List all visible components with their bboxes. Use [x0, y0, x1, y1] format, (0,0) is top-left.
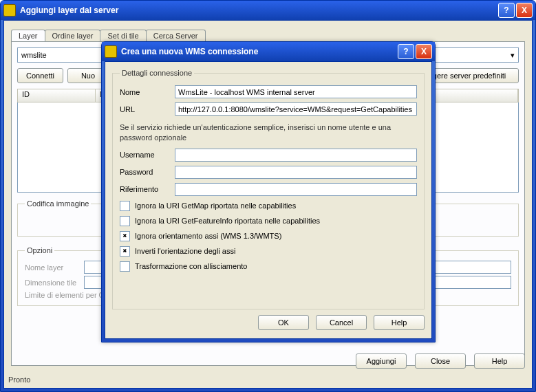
- label-nome: Nome: [120, 88, 168, 96]
- wms-connection-dialog: Crea una nuova WMS connessione ? X Detta…: [101, 41, 436, 342]
- checkbox-ignora-orientamento-label: Ignora orientamento assi (WMS 1.3/WMTS): [135, 232, 281, 240]
- group-codifica-legend: Codifica immagine: [25, 199, 91, 208]
- password-input[interactable]: [175, 166, 417, 179]
- url-input[interactable]: [175, 102, 417, 116]
- group-dettagli-connessione: Dettagli connessione Nome URL Se il serv…: [112, 69, 425, 309]
- tab-cerca-server[interactable]: Cerca Server: [146, 30, 206, 41]
- close-button[interactable]: Close: [415, 353, 466, 369]
- username-input[interactable]: [175, 149, 417, 162]
- nome-input[interactable]: [175, 85, 417, 98]
- chevron-down-icon[interactable]: ▾: [507, 48, 518, 62]
- help-button[interactable]: Help: [474, 353, 525, 369]
- col-id[interactable]: ID: [18, 89, 96, 102]
- modal-close-button[interactable]: X: [416, 44, 432, 59]
- checkbox-ignora-getfeatureinfo[interactable]: [120, 216, 130, 226]
- tab-strip: Layer Ordine layer Set di tile Cerca Ser…: [11, 28, 525, 41]
- checkbox-ignora-getmap-label: Ignora la URI GetMap riportata nelle cap…: [135, 202, 296, 210]
- main-titlebar[interactable]: Aggiungi layer dal server ? X: [1, 1, 535, 20]
- connetti-button[interactable]: Connetti: [17, 68, 63, 83]
- tab-ordine-layer[interactable]: Ordine layer: [45, 30, 101, 41]
- label-dimensione-tile: Dimensione tile: [25, 279, 80, 287]
- tab-set-di-tile[interactable]: Set di tile: [100, 30, 146, 41]
- group-opzioni-legend: Opzioni: [25, 246, 54, 254]
- main-window-title: Aggiungi layer dal server: [20, 6, 498, 15]
- aggiungi-button[interactable]: Aggiungi: [356, 353, 407, 369]
- checkbox-trasformazione-label: Trasformazione con allisciamento: [135, 262, 247, 270]
- window-close-button[interactable]: X: [516, 3, 533, 18]
- modal-titlebar[interactable]: Crea una nuova WMS connessione ? X: [102, 42, 435, 61]
- dialog-bottom-buttons: Aggiungi Close Help: [356, 353, 525, 369]
- group-dettagli-legend: Dettagli connessione: [120, 69, 194, 77]
- window-help-button[interactable]: ?: [498, 3, 515, 18]
- checkbox-ignora-orientamento[interactable]: [120, 231, 130, 241]
- checkbox-trasformazione[interactable]: [120, 261, 130, 272]
- tab-layer[interactable]: Layer: [11, 30, 45, 41]
- checkbox-ignora-getfeatureinfo-label: Ignora la URI GetFeatureInfo riportata n…: [135, 217, 320, 225]
- modal-title: Crea una nuova WMS connessione: [121, 47, 398, 56]
- modal-client-area: Dettagli connessione Nome URL Se il serv…: [105, 61, 432, 339]
- app-icon: [105, 45, 117, 58]
- modal-help-button[interactable]: ?: [398, 44, 414, 59]
- auth-hint: Se il servizio richiede un'autenticazion…: [120, 122, 417, 143]
- modal-help-button-bottom[interactable]: Help: [374, 315, 425, 330]
- label-url: URL: [120, 105, 168, 113]
- label-username: Username: [120, 151, 168, 159]
- app-icon: [3, 4, 16, 17]
- checkbox-inverti-orientazione[interactable]: [120, 246, 130, 257]
- modal-button-row: OK Cancel Help: [112, 315, 425, 330]
- ok-button[interactable]: OK: [258, 315, 309, 330]
- status-bar: Pronto: [8, 375, 30, 384]
- checkbox-ignora-getmap[interactable]: [120, 201, 130, 211]
- label-password: Password: [120, 168, 168, 176]
- label-riferimento: Riferimento: [120, 185, 168, 193]
- cancel-button[interactable]: Cancel: [316, 315, 367, 330]
- riferimento-input[interactable]: [175, 183, 417, 196]
- checkbox-inverti-orientazione-label: Inverti l'orientazione degli assi: [135, 247, 235, 255]
- label-nome-layer: Nome layer: [25, 263, 80, 272]
